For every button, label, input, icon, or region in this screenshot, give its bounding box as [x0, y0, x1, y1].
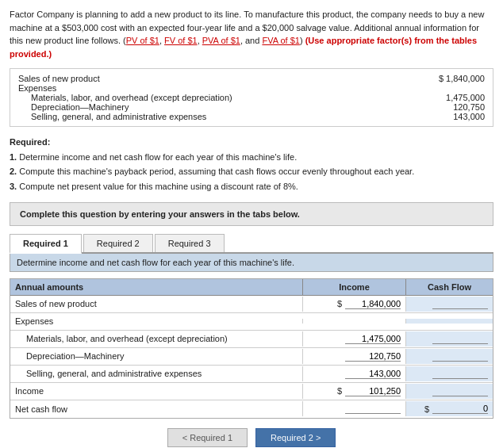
table-header: Annual amounts Income Cash Flow	[10, 279, 493, 296]
cashflow-input-depreciation[interactable]	[432, 351, 488, 362]
intro-paragraph: Factor Company is planning to add a new …	[10, 8, 493, 60]
required-section: Required: 1. Determine income and net ca…	[10, 135, 493, 194]
expense-row-2: Depreciation—Machinery 120,750	[18, 102, 485, 112]
row-label-netcashflow: Net cash flow	[10, 402, 302, 416]
col-header-label: Annual amounts	[10, 279, 302, 295]
row-income-income[interactable]: $	[302, 384, 405, 399]
col-header-cashflow: Cash Flow	[405, 279, 493, 295]
income-cashflow-table: Annual amounts Income Cash Flow Sales of…	[10, 278, 493, 419]
tab-required-1[interactable]: Required 1	[10, 234, 82, 254]
fva1-link[interactable]: FVA of $1	[262, 36, 300, 45]
cashflow-input-sales[interactable]	[432, 299, 488, 309]
row-income-depreciation[interactable]	[302, 349, 405, 364]
expense-label-3: Selling, general, and administrative exp…	[31, 112, 206, 121]
expense-row-3: Selling, general, and administrative exp…	[18, 112, 485, 121]
bold-instruction: (Use appropriate factor(s) from the tabl…	[10, 36, 477, 59]
dollar-sign-sales: $	[337, 299, 342, 308]
row-income-selling[interactable]	[302, 366, 405, 381]
fv1-link[interactable]: FV of $1	[164, 36, 198, 45]
sales-label: Sales of new product	[18, 74, 100, 83]
req-item-3: 3. Compute net present value for this ma…	[10, 179, 493, 194]
tab-content-header: Determine income and net cash flow for e…	[10, 254, 493, 272]
row-label-expenses: Expenses	[10, 314, 302, 328]
col-header-income: Income	[302, 279, 405, 295]
pv1-link[interactable]: PV of $1	[126, 36, 159, 45]
table-row-depreciation: Depreciation—Machinery	[10, 348, 493, 366]
row-cashflow-netcashflow[interactable]: $	[405, 401, 493, 416]
sales-value: $ 1,840,000	[413, 74, 485, 83]
row-cashflow-depreciation[interactable]	[405, 349, 493, 364]
row-label-materials: Materials, labor, and overhead (except d…	[10, 331, 302, 346]
row-cashflow-sales[interactable]	[405, 297, 493, 312]
prev-button[interactable]: < Required 1	[167, 428, 248, 447]
table-row-materials: Materials, labor, and overhead (except d…	[10, 331, 493, 348]
cashflow-input-selling[interactable]	[432, 369, 488, 379]
row-income-materials[interactable]	[302, 331, 405, 347]
row-cashflow-expenses	[405, 319, 493, 324]
cashflow-input-income[interactable]	[432, 386, 488, 396]
complete-box: Complete this question by entering your …	[10, 202, 493, 226]
tab-required-2[interactable]: Required 2	[83, 234, 153, 252]
tabs-row: Required 1 Required 2 Required 3	[10, 234, 493, 254]
dollar-sign-income: $	[337, 386, 342, 396]
expense-value-3: 143,000	[413, 112, 485, 121]
income-input-depreciation[interactable]	[345, 351, 401, 362]
required-title: Required:	[10, 137, 50, 147]
dollar-sign-netcashflow: $	[424, 404, 429, 414]
req-item-2: 2. Compute this machine's payback period…	[10, 164, 493, 179]
req-item-1: 1. Determine income and net cash flow fo…	[10, 150, 493, 165]
row-cashflow-selling[interactable]	[405, 366, 493, 381]
row-cashflow-materials[interactable]	[405, 331, 493, 347]
sales-row: Sales of new product $ 1,840,000	[18, 74, 485, 83]
table-row-income: Income $	[10, 383, 493, 400]
expense-value-2: 120,750	[413, 102, 485, 112]
table-row-selling: Selling, general, and administrative exp…	[10, 366, 493, 383]
tab-required-3[interactable]: Required 3	[155, 234, 225, 252]
row-income-sales[interactable]: $	[302, 297, 405, 312]
income-input-materials[interactable]	[345, 334, 401, 344]
income-input-selling[interactable]	[345, 369, 401, 379]
table-row-expenses: Expenses	[10, 313, 493, 331]
row-label-selling: Selling, general, and administrative exp…	[10, 366, 302, 381]
info-box: Sales of new product $ 1,840,000 Expense…	[10, 68, 493, 127]
row-cashflow-income[interactable]	[405, 384, 493, 399]
prev-arrow-icon: <	[182, 433, 187, 442]
table-row-sales: Sales of new product $	[10, 296, 493, 313]
next-button[interactable]: Required 2 >	[255, 428, 336, 447]
income-input-income[interactable]	[345, 386, 401, 396]
expense-label-2: Depreciation—Machinery	[31, 102, 129, 112]
row-income-expenses	[302, 319, 405, 324]
expense-value-1: 1,475,000	[413, 93, 485, 102]
expense-row-1: Materials, labor, and overhead (except d…	[18, 93, 485, 102]
pva1-link[interactable]: PVA of $1	[202, 36, 240, 45]
income-input-netcashflow[interactable]	[345, 404, 401, 414]
expenses-label: Expenses	[18, 83, 485, 93]
income-input-sales[interactable]	[345, 299, 401, 309]
cashflow-input-netcashflow[interactable]	[432, 404, 488, 414]
expense-label-1: Materials, labor, and overhead (except d…	[31, 93, 232, 102]
row-label-depreciation: Depreciation—Machinery	[10, 349, 302, 363]
row-label-income: Income	[10, 384, 302, 398]
row-income-netcashflow[interactable]	[302, 401, 405, 416]
table-row-netcashflow: Net cash flow $	[10, 400, 493, 418]
bottom-nav: < Required 1 Required 2 >	[10, 428, 493, 447]
cashflow-input-materials[interactable]	[432, 334, 488, 344]
row-label-sales: Sales of new product	[10, 297, 302, 311]
